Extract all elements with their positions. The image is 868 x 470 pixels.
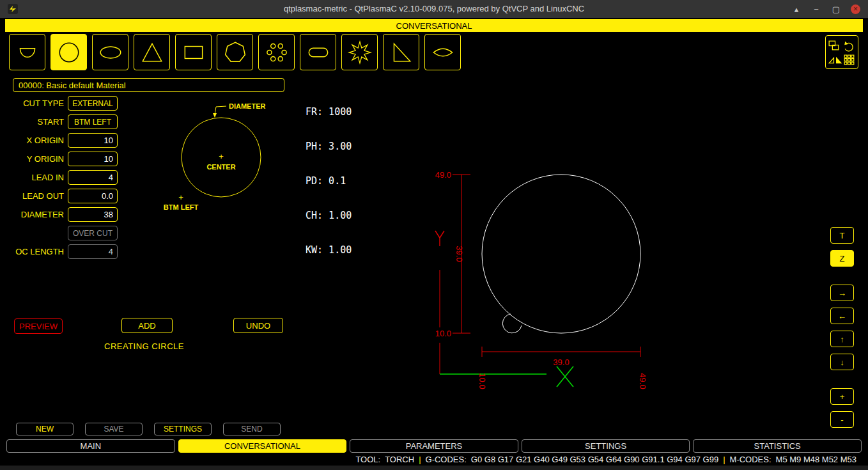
part-circle [482, 175, 640, 333]
h-dim-mid-label: 39.0 [553, 357, 569, 367]
maximize-icon[interactable]: ▢ [831, 4, 841, 14]
app-icon [8, 4, 18, 14]
over-cut-row: OVER CUT [5, 226, 293, 240]
v-dim-top-label: 49.0 [435, 170, 451, 180]
gusset-icon [388, 39, 415, 66]
zoom-in-button[interactable]: + [830, 388, 854, 405]
slot-icon [305, 39, 332, 66]
mcodes-label: M-CODES: [730, 455, 771, 464]
preview-button[interactable]: PREVIEW [14, 318, 63, 334]
main-tab-bar: MAIN CONVERSATIONAL PARAMETERS SETTINGS … [6, 439, 862, 453]
mode-banner: CONVERSATIONAL [5, 19, 863, 32]
x-origin-input[interactable] [68, 133, 118, 148]
lead-in-label: LEAD IN [5, 170, 64, 185]
mcodes-value: M5 M9 M48 M52 M53 [776, 455, 856, 464]
diameter-arrow [213, 113, 217, 118]
horizontal-dimension [482, 347, 640, 357]
start-label: START [5, 114, 64, 129]
tab-settings[interactable]: SETTINGS [522, 439, 690, 453]
shape-gusset-button[interactable] [383, 34, 419, 70]
shape-polygon-button[interactable] [217, 34, 253, 70]
undo-button[interactable]: UNDO [233, 318, 283, 333]
transform-icons [827, 38, 856, 67]
new-button[interactable]: NEW [16, 423, 74, 435]
tab-parameters[interactable]: PARAMETERS [350, 439, 518, 453]
shape-lens-button[interactable] [424, 34, 461, 70]
h-dim-left-label: 10.0 [477, 373, 487, 389]
statusbar-separator: | [419, 455, 421, 464]
pan-right-button[interactable]: → [830, 285, 854, 301]
rectangle-icon [180, 39, 207, 66]
center-marker: + [219, 152, 224, 161]
app-window: qtplasmac-metric - QtPlasmaC v2.10-009.0… [0, 0, 868, 470]
preview-drawing: 49.0 39.0 10.0 [297, 78, 826, 428]
zoom-out-button[interactable]: - [830, 411, 854, 428]
preview-canvas[interactable]: FR: 1000 PH: 3.00 PD: 0.1 CH: 1.00 KW: 1… [297, 78, 826, 428]
shade-icon[interactable]: ▴ [791, 4, 802, 14]
ellipse-icon [97, 39, 124, 66]
settings-button[interactable]: SETTINGS [154, 423, 212, 435]
shape-diagram: DIAMETER + CENTER + BTM LEFT [147, 96, 294, 217]
window-frame-bottom [0, 466, 868, 470]
lead-out-input[interactable] [68, 189, 118, 203]
oc-length-input[interactable] [68, 244, 118, 259]
cut-type-button[interactable]: EXTERNAL [68, 96, 118, 111]
shape-slot-button[interactable] [300, 34, 336, 70]
start-point-label: BTM LEFT [164, 203, 199, 211]
triangle-icon [139, 39, 166, 66]
diameter-input[interactable] [68, 207, 118, 222]
cut-type-label: CUT TYPE [5, 96, 64, 111]
statusbar: TOOL: TORCH | G-CODES: G0 G8 G17 G21 G40… [0, 453, 863, 466]
mirror-icon [829, 58, 833, 63]
pan-left-button[interactable]: ← [830, 308, 854, 324]
shape-ellipse-button[interactable] [92, 34, 128, 70]
x-origin-label: X ORIGIN [5, 133, 64, 148]
center-label: CENTER [206, 163, 235, 171]
pan-down-button[interactable]: ↓ [830, 354, 854, 370]
add-button[interactable]: ADD [121, 318, 173, 333]
lead-out-label: LEAD OUT [5, 189, 64, 203]
shape-circle-button[interactable] [50, 34, 87, 70]
diagram-diameter-label: DIAMETER [229, 102, 266, 110]
titlebar: qtplasmac-metric - QtPlasmaC v2.10-009.0… [0, 0, 868, 18]
preview-t-button[interactable]: T [830, 227, 854, 244]
y-origin-input[interactable] [68, 152, 118, 166]
lead-in-input[interactable] [68, 170, 118, 185]
shape-rectangle-button[interactable] [175, 34, 212, 70]
tab-conversational[interactable]: CONVERSATIONAL [178, 439, 347, 453]
lens-icon [430, 39, 456, 66]
creation-status: CREATING CIRCLE [5, 341, 283, 351]
origin-cross-marker [557, 366, 573, 387]
tool-value: TORCH [385, 455, 414, 464]
window-controls: ▴ − ▢ × [791, 0, 860, 18]
statusbar-separator: | [723, 455, 725, 464]
polygon-icon [222, 39, 249, 66]
preview-z-button[interactable]: Z [830, 250, 854, 267]
diameter-label: DIAMETER [5, 207, 64, 222]
oc-length-label: OC LENGTH [5, 244, 64, 259]
line-arc-icon [14, 39, 41, 66]
v-dim-bottom-label: 10.0 [435, 329, 451, 338]
window-title: qtplasmac-metric - QtPlasmaC v2.10-009.0… [0, 0, 868, 18]
shape-bolt-circle-button[interactable] [258, 34, 295, 70]
tab-main[interactable]: MAIN [6, 439, 175, 453]
material-select[interactable]: 00000: Basic default Material [13, 78, 284, 92]
transform-tools-button[interactable] [825, 35, 858, 69]
save-button[interactable]: SAVE [85, 423, 143, 435]
shape-line-arc-button[interactable] [9, 34, 45, 70]
shape-triangle-button[interactable] [134, 34, 170, 70]
start-button[interactable]: BTM LEFT [68, 114, 118, 129]
y-axis-marker [435, 231, 444, 246]
bolt-circle-icon [263, 39, 290, 66]
circle-icon [56, 39, 82, 66]
tab-statistics[interactable]: STATISTICS [693, 439, 862, 453]
gcodes-label: G-CODES: [426, 455, 467, 464]
close-icon[interactable]: × [851, 4, 860, 14]
pan-up-button[interactable]: ↑ [830, 331, 854, 347]
v-dim-mid-label: 39.0 [454, 246, 464, 262]
minimize-icon[interactable]: − [811, 4, 821, 14]
gcodes-value: G0 G8 G17 G21 G40 G49 G53 G54 G64 G90 G9… [471, 455, 718, 464]
over-cut-button[interactable]: OVER CUT [68, 226, 118, 240]
send-button[interactable]: SEND [223, 423, 281, 435]
shape-star-button[interactable] [341, 34, 378, 70]
